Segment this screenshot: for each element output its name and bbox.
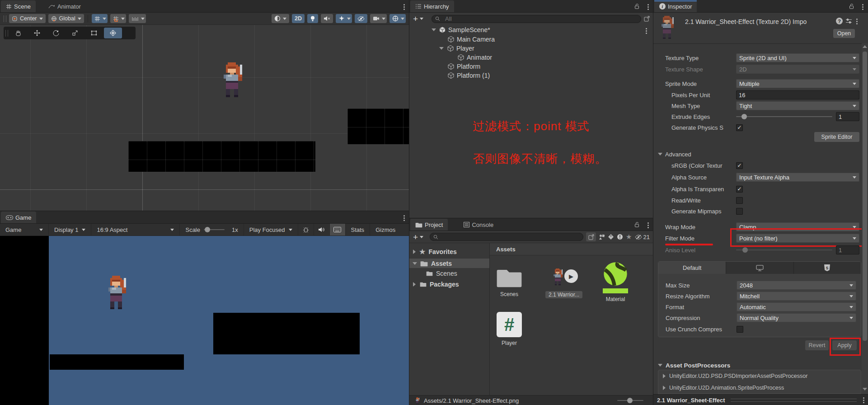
filter-mode-dropdown[interactable]: Point (no filter) bbox=[736, 234, 859, 243]
foldout-closed-icon[interactable] bbox=[413, 250, 416, 254]
2d-toggle-button[interactable]: 2D bbox=[292, 14, 305, 23]
debug-bug-button[interactable] bbox=[298, 224, 314, 235]
generate-mipmaps-checkbox[interactable] bbox=[736, 208, 743, 215]
hierarchy-search-field[interactable] bbox=[432, 15, 641, 23]
aspect-dropdown[interactable]: 16:9 Aspect bbox=[91, 224, 180, 235]
lock-icon[interactable] bbox=[634, 221, 640, 227]
hand-tool-button[interactable] bbox=[9, 28, 27, 38]
display-dropdown[interactable]: Display 1 bbox=[49, 224, 91, 235]
project-menu-kebab[interactable] bbox=[647, 221, 650, 229]
scene-menu-kebab[interactable] bbox=[403, 3, 406, 11]
add-button[interactable]: + bbox=[413, 14, 423, 23]
favorites-star-icon[interactable]: ★ bbox=[626, 233, 632, 241]
preview-header-bar[interactable]: 2.1 Warrior_Sheet-Effect bbox=[653, 394, 868, 405]
platform-tab-standalone[interactable] bbox=[726, 262, 793, 274]
scene-row-kebab[interactable] bbox=[645, 27, 648, 35]
postprocessors-foldout[interactable]: Asset PostProcessors bbox=[658, 360, 859, 370]
srgb-checkbox[interactable]: ✓ bbox=[736, 162, 743, 169]
scroll-down-arrow[interactable] bbox=[863, 388, 867, 391]
presets-icon[interactable] bbox=[845, 18, 852, 24]
sprite-mode-dropdown[interactable]: Multiple bbox=[736, 79, 859, 88]
game-viewport[interactable] bbox=[0, 236, 409, 405]
tree-packages[interactable]: Packages bbox=[409, 279, 489, 289]
asset-player-script[interactable]: # Player bbox=[482, 312, 536, 346]
help-icon[interactable]: ? bbox=[836, 18, 843, 24]
inspector-menu-kebab[interactable] bbox=[861, 3, 864, 11]
revert-button[interactable]: Revert bbox=[805, 340, 829, 350]
scroll-up-arrow[interactable] bbox=[863, 45, 867, 48]
rect-tool-button[interactable] bbox=[85, 28, 103, 38]
alpha-transparency-checkbox[interactable]: ✓ bbox=[736, 186, 743, 193]
gizmo-nav-button[interactable] bbox=[389, 14, 406, 23]
orientation-button[interactable]: Global bbox=[48, 14, 84, 23]
toolbar-drag-handle[interactable] bbox=[4, 15, 6, 22]
pivot-mode-button[interactable]: Center bbox=[9, 14, 46, 23]
open-button[interactable]: Open bbox=[833, 29, 855, 38]
audio-toggle-button[interactable] bbox=[321, 14, 333, 23]
tab-inspector[interactable]: i Inspector bbox=[654, 0, 697, 12]
tab-hierarchy[interactable]: Hierarchy bbox=[410, 0, 454, 12]
texture-type-dropdown[interactable]: Sprite (2D and UI) bbox=[736, 53, 859, 62]
tree-assets[interactable]: Assets bbox=[409, 259, 489, 268]
scale-slider[interactable] bbox=[204, 229, 225, 230]
hierarchy-row-player[interactable]: Player bbox=[409, 44, 653, 53]
transform-tool-button[interactable] bbox=[104, 28, 122, 38]
apply-button[interactable]: Apply bbox=[832, 340, 857, 350]
hierarchy-row-scene[interactable]: SampleScene* bbox=[409, 25, 653, 34]
camera-overlay-button[interactable] bbox=[370, 14, 387, 23]
asset-material[interactable]: Material bbox=[588, 261, 643, 302]
format-dropdown[interactable]: Automatic bbox=[737, 302, 856, 311]
snap-increment-button[interactable] bbox=[110, 14, 126, 23]
gizmos-dropdown[interactable]: Gizmos bbox=[370, 224, 401, 235]
move-tool-button[interactable] bbox=[28, 28, 46, 38]
foldout-open-icon[interactable] bbox=[413, 262, 417, 265]
asset-scenes[interactable]: Scenes bbox=[482, 265, 536, 297]
use-crunch-checkbox[interactable] bbox=[737, 326, 743, 333]
alpha-source-dropdown[interactable]: Input Texture Alpha bbox=[736, 173, 859, 182]
search-by-type-icon[interactable] bbox=[599, 234, 605, 240]
tab-game[interactable]: Game bbox=[1, 212, 36, 223]
open-new-window-icon[interactable] bbox=[644, 16, 650, 22]
resize-algorithm-dropdown[interactable]: Mitchell bbox=[737, 292, 856, 301]
tab-animator[interactable]: Animator bbox=[43, 0, 86, 12]
hierarchy-row-main-camera[interactable]: Main Camera bbox=[409, 35, 653, 44]
measure-button[interactable] bbox=[129, 14, 146, 23]
game-display-target-dropdown[interactable]: Game bbox=[0, 224, 49, 235]
play-focused-dropdown[interactable]: Play Focused bbox=[244, 224, 298, 235]
thumbnail-size-slider[interactable] bbox=[617, 400, 643, 401]
keyboard-button[interactable] bbox=[330, 224, 346, 235]
scene-viewport[interactable] bbox=[0, 25, 409, 211]
postprocessor-item[interactable]: UnityEditor.U2D.PSD.PSDImporterAssetPost… bbox=[658, 370, 861, 382]
platform-tab-webgl[interactable]: 5 bbox=[793, 262, 861, 274]
log-importance-icon[interactable] bbox=[617, 234, 623, 240]
advanced-foldout[interactable]: Advanced bbox=[658, 149, 859, 159]
shading-mode-button[interactable] bbox=[272, 14, 289, 23]
foldout-open-icon[interactable] bbox=[432, 28, 436, 31]
wrap-mode-dropdown[interactable]: Clamp bbox=[736, 222, 859, 231]
hierarchy-row-platform-1[interactable]: Platform (1) bbox=[409, 71, 653, 80]
extrude-edges-value[interactable]: 1 bbox=[836, 112, 859, 121]
preview-kebab[interactable] bbox=[862, 396, 865, 404]
generate-physics-checkbox[interactable]: ✓ bbox=[736, 124, 743, 131]
project-search-field[interactable] bbox=[430, 233, 583, 241]
read-write-checkbox[interactable] bbox=[736, 197, 743, 204]
mesh-type-dropdown[interactable]: Tight bbox=[736, 101, 859, 110]
game-menu-kebab[interactable] bbox=[403, 214, 406, 222]
foldout-open-icon[interactable] bbox=[439, 47, 444, 50]
preview-drag-lines[interactable] bbox=[731, 399, 857, 402]
grid-snap-button[interactable] bbox=[92, 14, 108, 23]
player-sprite[interactable] bbox=[220, 62, 244, 97]
project-search-input[interactable] bbox=[441, 232, 580, 241]
asset-warrior-sheet[interactable]: ▶ 2.1 Warrior... bbox=[537, 265, 591, 298]
platform-tab-default[interactable]: Default bbox=[658, 262, 726, 274]
scale-tool-button[interactable] bbox=[66, 28, 84, 38]
foldout-closed-icon[interactable] bbox=[413, 282, 416, 287]
sprite-editor-button[interactable]: Sprite Editor bbox=[814, 132, 859, 142]
scene-platform-right[interactable] bbox=[347, 108, 409, 144]
stats-button[interactable]: Stats bbox=[346, 224, 371, 235]
max-size-dropdown[interactable]: 2048 bbox=[737, 281, 856, 290]
hierarchy-menu-kebab[interactable] bbox=[647, 3, 650, 11]
tree-favorites[interactable]: ★ Favorites bbox=[409, 247, 489, 256]
importer-kebab[interactable] bbox=[855, 18, 859, 25]
tab-scene[interactable]: Scene bbox=[1, 0, 36, 12]
